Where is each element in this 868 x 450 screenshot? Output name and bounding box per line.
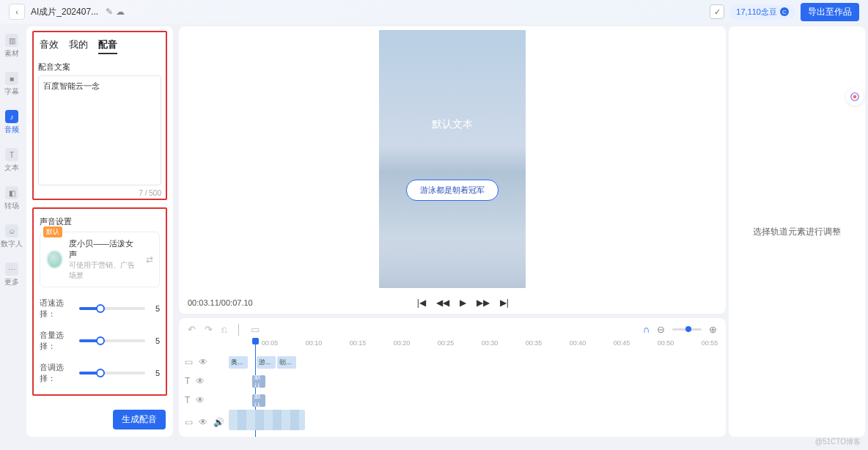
credits-badge[interactable]: 17,110念豆 C — [730, 4, 795, 20]
back-button[interactable]: ‹ — [9, 4, 25, 20]
swap-icon[interactable]: ⇄ — [146, 254, 153, 265]
credits-value: 17,110念豆 — [736, 7, 777, 18]
svg-point-1 — [853, 95, 857, 99]
speed-slider[interactable] — [79, 307, 145, 310]
sidenav-material[interactable]: ▥素材 — [4, 34, 19, 59]
clip[interactable]: 默认 — [252, 394, 265, 407]
project-title: AI成片_202407... — [31, 6, 98, 18]
subtitle-bubble: 游泳都是朝着冠军 — [406, 180, 499, 201]
time-display: 00:03.11/00:07.10 — [188, 298, 253, 307]
assistant-icon[interactable] — [846, 88, 864, 106]
edit-icon[interactable]: ✎ — [106, 7, 113, 17]
voice-name: 度小贝——活泼女声 — [69, 238, 140, 260]
timeline-pane: ↶ ↷ ⎌ │ ▭ ∩ ⊖ ⊕ 00:0500:1000:1500:2000:2… — [179, 318, 726, 437]
char-counter: 7 / 500 — [38, 189, 161, 197]
forward-icon[interactable]: ▶▶ — [477, 298, 490, 308]
preview-canvas: 默认文本 游泳都是朝着冠军 — [379, 30, 526, 288]
eye-icon[interactable]: 👁 — [196, 376, 205, 386]
properties-panel: 选择轨道元素进行调整 — [729, 26, 865, 437]
eye-icon[interactable]: 👁 — [196, 395, 205, 405]
audio-tabs: 音效 我的 配音 — [38, 35, 161, 59]
text-track-icon[interactable]: T — [185, 376, 190, 386]
audio-panel: 音效 我的 配音 配音文案 7 / 500 声音设置 默认 度小贝——活泼女声 … — [26, 26, 173, 437]
tab-sfx[interactable]: 音效 — [40, 38, 59, 54]
speaker-icon[interactable]: 🔊 — [213, 417, 224, 427]
cut-icon[interactable]: ⎌ — [221, 324, 227, 335]
voice-badge: 默认 — [43, 226, 62, 237]
cloud-icon[interactable]: ☁ — [116, 7, 125, 17]
skip-end-icon[interactable]: ▶| — [500, 298, 509, 308]
clip[interactable]: 默认 — [252, 375, 265, 388]
sidenav-transition[interactable]: ◧转场 — [4, 186, 19, 211]
default-text: 默认文本 — [432, 118, 473, 131]
rewind-icon[interactable]: ◀◀ — [436, 298, 449, 308]
sidenav: ▥素材 ■字幕 ♪音频 T文本 ◧转场 ☺数字人 ⋯更多 — [0, 23, 23, 440]
speed-slider-row: 语速选择： 5 — [40, 298, 160, 320]
watermark: @51CTO博客 — [815, 437, 861, 447]
voice-section-label: 声音设置 — [40, 216, 160, 227]
sidenav-avatar[interactable]: ☺数字人 — [1, 224, 23, 249]
sidenav-text[interactable]: T文本 — [4, 148, 19, 173]
zoom-slider[interactable] — [672, 328, 702, 331]
eye-icon[interactable]: 👁 — [199, 417, 207, 427]
skip-start-icon[interactable]: |◀ — [417, 298, 426, 308]
voice-avatar — [46, 250, 63, 269]
zoom-in-icon[interactable]: ⊕ — [709, 324, 717, 335]
script-input[interactable] — [38, 75, 161, 185]
text-track-icon[interactable]: T — [185, 395, 190, 405]
delete-icon[interactable]: ▭ — [251, 324, 260, 335]
preview-pane: 默认文本 游泳都是朝着冠军 00:03.11/00:07.10 |◀ ◀◀ ▶ … — [179, 26, 726, 314]
sidenav-more[interactable]: ⋯更多 — [4, 262, 19, 287]
topbar: ‹ AI成片_202407... ✎ ☁ ✓ 17,110念豆 C 导出至作品 — [0, 0, 868, 23]
volume-slider-row: 音量选择： 5 — [40, 330, 160, 352]
volume-slider[interactable] — [79, 339, 145, 342]
tab-voiceover[interactable]: 配音 — [98, 38, 117, 54]
zoom-out-icon[interactable]: ⊖ — [657, 324, 665, 335]
undo-icon[interactable]: ↶ — [188, 324, 196, 335]
magnet-icon[interactable]: ∩ — [643, 324, 650, 335]
voice-desc: 可使用于营销、广告场景 — [69, 260, 140, 281]
check-icon[interactable]: ✓ — [710, 4, 724, 19]
generate-button[interactable]: 生成配音 — [113, 410, 166, 429]
redo-icon[interactable]: ↷ — [205, 324, 213, 335]
video-clip[interactable] — [229, 410, 305, 430]
video-track-icon[interactable]: ▭ — [185, 417, 193, 427]
sidenav-audio[interactable]: ♪音频 — [4, 110, 19, 135]
script-label: 配音文案 — [38, 62, 161, 73]
export-button[interactable]: 导出至作品 — [801, 3, 859, 21]
credits-icon: C — [780, 7, 789, 16]
properties-placeholder: 选择轨道元素进行调整 — [753, 226, 841, 238]
timeline-ruler[interactable]: 00:0500:1000:1500:2000:2500:3000:3500:40… — [226, 339, 720, 351]
play-icon[interactable]: ▶ — [460, 298, 466, 308]
pitch-slider-row: 音调选择： 5 — [40, 362, 160, 384]
voice-selector[interactable]: 默认 度小贝——活泼女声 可使用于营销、广告场景 ⇄ — [40, 232, 160, 287]
tab-mine[interactable]: 我的 — [69, 38, 88, 54]
eye-icon[interactable]: 👁 — [199, 357, 207, 367]
clip[interactable]: 游... — [257, 356, 276, 369]
pitch-slider[interactable] — [79, 372, 145, 375]
track-icon[interactable]: ▭ — [185, 357, 193, 367]
split-icon[interactable]: │ — [236, 324, 242, 335]
sidenav-subtitle[interactable]: ■字幕 — [4, 72, 19, 97]
clip[interactable]: 奥... — [229, 356, 248, 369]
clip[interactable]: 朝... — [277, 356, 296, 369]
